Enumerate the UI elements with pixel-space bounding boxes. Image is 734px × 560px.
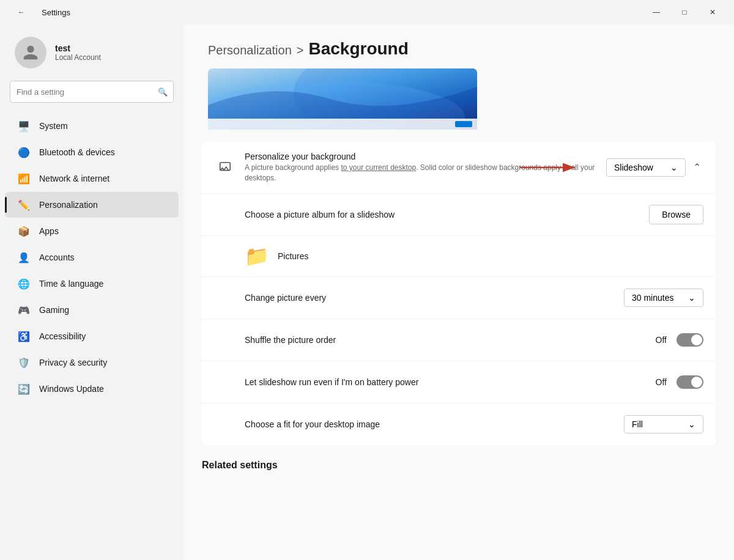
user-name: test	[55, 43, 101, 53]
sidebar-item-time[interactable]: 🌐 Time & language	[5, 271, 179, 297]
sidebar-label-accounts: Accounts	[39, 252, 75, 262]
fit-text: Choose a fit for your desktop image	[245, 419, 614, 429]
apps-icon: 📦	[17, 224, 31, 238]
sidebar-label-windows-update: Windows Update	[39, 384, 104, 394]
titlebar-left: ← Settings	[7, 2, 70, 22]
change-picture-label: Change picture every	[245, 293, 614, 303]
breadcrumb-current: Background	[308, 39, 408, 59]
sidebar-item-bluetooth[interactable]: 🔵 Bluetooth & devices	[5, 139, 179, 165]
minimize-button[interactable]: —	[642, 2, 670, 22]
personalize-bg-control: Slideshow ⌄ ⌃	[606, 158, 703, 177]
sidebar: test Local Account 🔍 🖥️ System 🔵 Bluetoo…	[0, 24, 184, 560]
avatar	[15, 37, 46, 68]
sidebar-item-privacy[interactable]: 🛡️ Privacy & security	[5, 350, 179, 375]
shuffle-text: Shuffle the picture order	[245, 335, 646, 345]
sidebar-label-privacy: Privacy & security	[39, 358, 107, 367]
pictures-folder-label: Pictures	[278, 251, 309, 261]
battery-control: Off	[656, 375, 703, 389]
picture-album-text: Choose a picture album for a slideshow	[245, 210, 639, 219]
nav-list: 🖥️ System 🔵 Bluetooth & devices 📶 Networ…	[0, 112, 184, 554]
sidebar-label-network: Network & internet	[39, 174, 109, 183]
sidebar-item-network[interactable]: 📶 Network & internet	[5, 166, 179, 191]
windows-update-icon: 🔄	[17, 382, 31, 396]
personalize-bg-dropdown[interactable]: Slideshow ⌄	[606, 158, 686, 177]
sidebar-label-accessibility: Accessibility	[39, 331, 86, 341]
battery-text: Let slideshow run even if I'm on battery…	[245, 377, 646, 387]
privacy-icon: 🛡️	[17, 356, 31, 369]
sidebar-item-windows-update[interactable]: 🔄 Windows Update	[5, 376, 179, 402]
preview-section	[184, 68, 734, 142]
shuffle-toggle-knob	[691, 334, 702, 345]
back-button[interactable]: ←	[7, 2, 35, 22]
main-content: Personalization > Background	[184, 24, 734, 560]
related-settings: Related settings	[184, 448, 734, 471]
folder-icon: 📁	[245, 245, 269, 268]
shuffle-toggle[interactable]	[677, 333, 703, 347]
personalization-icon: ✏️	[17, 198, 31, 212]
search-box: 🔍	[10, 81, 174, 103]
arrow-svg	[520, 160, 581, 175]
change-picture-dropdown[interactable]: 30 minutes ⌄	[624, 289, 703, 307]
sidebar-item-personalization[interactable]: ✏️ Personalization	[5, 192, 179, 218]
dropdown-chevron: ⌄	[670, 163, 678, 172]
personalize-bg-value: Slideshow	[614, 163, 653, 172]
personalize-bg-row: Personalize your background A picture ba…	[202, 142, 716, 194]
user-section: test Local Account	[0, 24, 184, 81]
gaming-icon: 🎮	[17, 303, 31, 317]
shuffle-row: Shuffle the picture order Off	[202, 319, 716, 361]
preview-taskbar-button	[455, 121, 472, 127]
personalize-icon	[214, 157, 236, 179]
sidebar-label-system: System	[39, 121, 68, 131]
sidebar-label-bluetooth: Bluetooth & devices	[39, 147, 115, 157]
sidebar-item-system[interactable]: 🖥️ System	[5, 113, 179, 139]
battery-row: Let slideshow run even if I'm on battery…	[202, 361, 716, 403]
battery-label: Let slideshow run even if I'm on battery…	[245, 377, 646, 387]
close-button[interactable]: ✕	[699, 2, 727, 22]
sidebar-label-apps: Apps	[39, 226, 59, 236]
titlebar-title: Settings	[42, 8, 70, 17]
search-input[interactable]	[10, 81, 174, 103]
breadcrumb-parent: Personalization	[208, 43, 292, 57]
fit-icon-placeholder	[214, 413, 236, 435]
desc-part1: A picture background applies	[245, 163, 341, 172]
maximize-button[interactable]: □	[670, 2, 699, 22]
desktop-preview	[208, 68, 477, 130]
fit-chevron: ⌄	[688, 419, 695, 429]
app-body: test Local Account 🔍 🖥️ System 🔵 Bluetoo…	[0, 24, 734, 560]
change-picture-control: 30 minutes ⌄	[624, 289, 703, 307]
page-header: Personalization > Background	[184, 24, 734, 68]
change-picture-text: Change picture every	[245, 293, 614, 303]
fit-label: Choose a fit for your desktop image	[245, 419, 614, 429]
battery-toggle[interactable]	[677, 375, 703, 389]
titlebar-controls: — □ ✕	[642, 2, 727, 22]
user-info: test Local Account	[55, 43, 101, 62]
desc-link: to your current desktop	[341, 163, 416, 172]
bluetooth-icon: 🔵	[17, 146, 31, 159]
sidebar-item-accessibility[interactable]: ♿ Accessibility	[5, 323, 179, 349]
picture-album-control: Browse	[649, 205, 703, 224]
sidebar-item-apps[interactable]: 📦 Apps	[5, 218, 179, 244]
accounts-icon: 👤	[17, 251, 31, 264]
battery-icon-placeholder	[214, 371, 236, 393]
album-icon-placeholder	[214, 204, 236, 226]
fit-dropdown[interactable]: Fill ⌄	[624, 415, 703, 433]
sidebar-label-personalization: Personalization	[39, 200, 98, 210]
pictures-folder-row: 📁 Pictures	[202, 236, 716, 277]
breadcrumb: Personalization > Background	[208, 39, 710, 59]
search-icon: 🔍	[158, 87, 168, 97]
browse-button[interactable]: Browse	[649, 205, 703, 224]
picture-album-row: Choose a picture album for a slideshow B…	[202, 194, 716, 236]
sidebar-item-accounts[interactable]: 👤 Accounts	[5, 245, 179, 270]
sidebar-item-gaming[interactable]: 🎮 Gaming	[5, 297, 179, 323]
user-subtitle: Local Account	[55, 53, 101, 62]
system-icon: 🖥️	[17, 119, 31, 133]
arrow-annotation	[520, 160, 581, 175]
sidebar-label-time: Time & language	[39, 279, 103, 289]
fit-control: Fill ⌄	[624, 415, 703, 433]
battery-toggle-label: Off	[656, 377, 667, 387]
user-icon	[22, 44, 39, 61]
expand-section-button[interactable]: ⌃	[691, 159, 703, 175]
personalize-bg-card: Personalize your background A picture ba…	[202, 142, 716, 445]
breadcrumb-separator: >	[297, 43, 304, 57]
related-settings-title: Related settings	[202, 460, 716, 471]
